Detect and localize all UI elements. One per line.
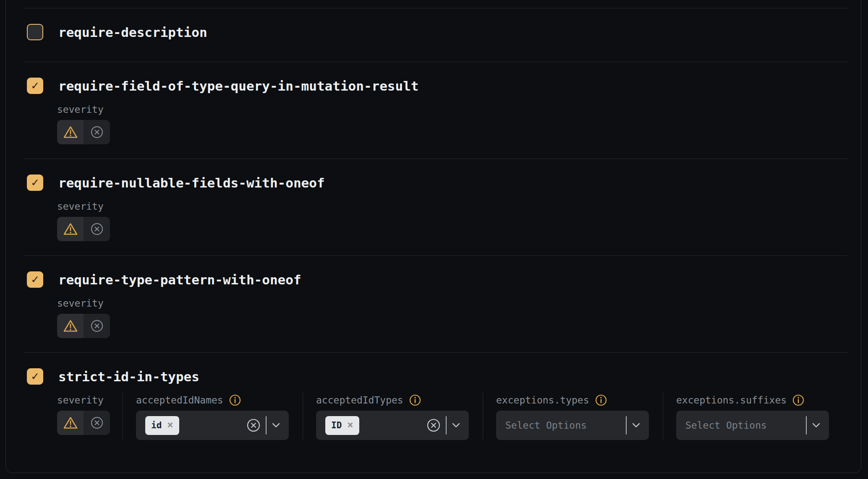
- severity-toggle: [57, 120, 110, 144]
- info-icon[interactable]: [409, 394, 421, 406]
- rule-name: strict-id-in-types: [58, 369, 199, 384]
- rule-row: ✓ require-description: [6, 8, 861, 62]
- rules-config-panel: ✓ require-description ✓ require-field-of…: [5, 0, 861, 473]
- field-label: acceptedIdNames: [136, 395, 223, 406]
- circle-x-icon: [90, 222, 104, 236]
- chip-remove-icon[interactable]: ×: [347, 420, 353, 430]
- warning-triangle-icon: [63, 319, 78, 333]
- rule-checkbox[interactable]: ✓: [27, 271, 43, 288]
- field-label: exceptions.suffixes: [676, 395, 787, 406]
- rule-row: ✓ require-field-of-type-query-in-mutatio…: [6, 62, 861, 159]
- select-divider: [626, 416, 627, 435]
- rule-details: severity: [57, 104, 848, 144]
- warning-triangle-icon: [63, 416, 78, 430]
- multiselect-field: exceptions.types Select Options: [483, 385, 663, 440]
- rule-details: severity: [57, 200, 848, 241]
- rule-row: ✓ require-type-pattern-with-oneof severi…: [6, 255, 861, 352]
- severity-off-button[interactable]: [84, 411, 110, 435]
- selected-option-chip: id×: [145, 416, 179, 435]
- multiselect-input[interactable]: Select Options: [496, 411, 649, 440]
- checkmark-icon: ✓: [31, 273, 39, 285]
- severity-toggle: [57, 411, 110, 435]
- rule-header: ✓ require-description: [27, 24, 848, 40]
- rule-header: ✓ strict-id-in-types: [27, 368, 848, 385]
- chip-remove-icon[interactable]: ×: [167, 420, 173, 430]
- multiselect-field: acceptedIdTypes ID×: [303, 385, 483, 440]
- field-label: exceptions.types: [496, 395, 589, 406]
- info-icon[interactable]: [595, 394, 607, 406]
- severity-warn-button[interactable]: [57, 120, 84, 144]
- field-label: severity: [57, 298, 104, 309]
- chevron-down-icon[interactable]: [452, 422, 460, 428]
- multiselect-input[interactable]: ID×: [316, 411, 469, 440]
- circle-x-icon: [90, 125, 104, 139]
- rule-checkbox[interactable]: ✓: [27, 24, 43, 40]
- chip-label: ID: [331, 421, 342, 430]
- rule-row: ✓ require-nullable-fields-with-oneof sev…: [6, 159, 861, 255]
- severity-field: severity: [57, 200, 123, 241]
- rule-name: require-nullable-fields-with-oneof: [58, 175, 325, 190]
- info-icon[interactable]: [792, 394, 804, 406]
- circle-x-icon: [90, 319, 104, 333]
- field-label: severity: [57, 201, 104, 212]
- info-icon[interactable]: [229, 394, 241, 406]
- clear-selection-icon[interactable]: [246, 418, 261, 432]
- multiselect-input[interactable]: Select Options: [676, 411, 829, 440]
- chevron-down-icon[interactable]: [812, 422, 821, 428]
- severity-warn-button[interactable]: [57, 314, 84, 338]
- checkmark-icon: ✓: [31, 177, 39, 188]
- multiselect-field: exceptions.suffixes Select Options: [663, 385, 829, 440]
- severity-off-button[interactable]: [84, 217, 110, 241]
- select-placeholder: Select Options: [505, 420, 587, 431]
- multiselect-field: acceptedIdNames id×: [123, 385, 303, 440]
- select-divider: [446, 416, 447, 435]
- severity-warn-button[interactable]: [57, 411, 84, 435]
- rule-checkbox[interactable]: ✓: [27, 174, 43, 191]
- chip-list: id×: [145, 416, 179, 435]
- warning-triangle-icon: [63, 222, 78, 236]
- rule-details: severity: [57, 297, 848, 338]
- chip-label: id: [151, 421, 162, 430]
- rules-list: ✓ require-description ✓ require-field-of…: [6, 8, 861, 471]
- severity-field: severity: [57, 297, 123, 338]
- select-placeholder: Select Options: [685, 420, 767, 431]
- rule-header: ✓ require-field-of-type-query-in-mutatio…: [27, 78, 848, 94]
- circle-x-icon: [90, 416, 104, 430]
- severity-field: severity: [57, 104, 123, 144]
- rule-details: severity acceptedIdNames: [57, 385, 848, 440]
- select-divider: [266, 416, 267, 435]
- field-label: severity: [57, 395, 104, 406]
- rule-checkbox[interactable]: ✓: [27, 78, 43, 94]
- chevron-down-icon[interactable]: [272, 422, 280, 428]
- clear-selection-icon[interactable]: [426, 418, 441, 432]
- rule-name: require-field-of-type-query-in-mutation-…: [58, 78, 419, 94]
- warning-triangle-icon: [63, 125, 78, 139]
- severity-warn-button[interactable]: [57, 217, 84, 241]
- rule-row: ✓ strict-id-in-types severity: [6, 352, 861, 471]
- severity-field: severity: [57, 385, 123, 440]
- rule-header: ✓ require-type-pattern-with-oneof: [27, 271, 848, 288]
- chip-list: ID×: [325, 416, 359, 435]
- field-label: acceptedIdTypes: [316, 395, 403, 406]
- checkmark-icon: ✓: [31, 80, 39, 91]
- checkmark-icon: ✓: [31, 370, 39, 382]
- severity-off-button[interactable]: [84, 120, 110, 144]
- multiselect-input[interactable]: id×: [136, 411, 289, 440]
- severity-toggle: [57, 217, 110, 241]
- field-label: severity: [57, 104, 104, 115]
- chevron-down-icon[interactable]: [632, 422, 641, 428]
- rule-checkbox[interactable]: ✓: [27, 368, 43, 385]
- severity-off-button[interactable]: [84, 314, 110, 338]
- severity-toggle: [57, 314, 110, 338]
- rule-name: require-type-pattern-with-oneof: [58, 272, 301, 287]
- rule-name: require-description: [58, 25, 207, 40]
- select-divider: [806, 416, 807, 435]
- selected-option-chip: ID×: [325, 416, 359, 435]
- rule-header: ✓ require-nullable-fields-with-oneof: [27, 174, 848, 191]
